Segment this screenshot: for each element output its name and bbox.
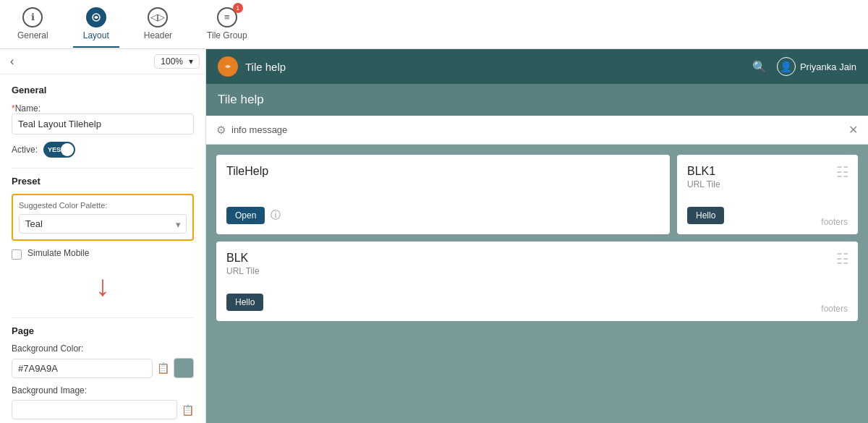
name-field-label: *Name: bbox=[12, 103, 194, 114]
layout-label: Layout bbox=[83, 30, 109, 40]
toggle-knob bbox=[61, 143, 74, 156]
preset-section-title: Preset bbox=[12, 176, 194, 187]
info-icon: ⚙ bbox=[216, 124, 226, 137]
general-label: General bbox=[17, 30, 48, 40]
tile-corner-icon-blk1: ☷ bbox=[836, 163, 849, 181]
app-header-title: Tile help bbox=[245, 61, 286, 73]
back-button[interactable]: ‹ bbox=[6, 54, 18, 69]
tile-actions-tilehelp: Open ⓘ bbox=[226, 207, 660, 224]
tile-name-blk: BLK bbox=[226, 252, 848, 265]
user-avatar: 👤 bbox=[777, 57, 796, 76]
name-label: *Name: bbox=[12, 103, 41, 114]
active-toggle[interactable]: YES bbox=[43, 142, 75, 158]
header-icon: ◁▷ bbox=[148, 7, 168, 27]
general-section-title: General bbox=[12, 85, 194, 95]
hello-button-blk[interactable]: Hello bbox=[226, 294, 263, 311]
bg-image-copy-icon[interactable]: 📋 bbox=[182, 404, 194, 416]
bg-color-row: 📋 bbox=[12, 358, 194, 378]
app-logo bbox=[218, 56, 238, 77]
tiles-area: TileHelp Open ⓘ ☷ BLK1 URL Tile Hello fo… bbox=[206, 145, 868, 423]
tile-name-blk1: BLK1 bbox=[687, 165, 848, 178]
toolbar-layout[interactable]: Layout bbox=[73, 1, 119, 48]
copy-icon[interactable]: 📋 bbox=[157, 362, 169, 374]
panel-content: General *Name: Active: YES Preset Sugges… bbox=[0, 74, 205, 423]
tile-group-badge: 1 bbox=[233, 3, 243, 13]
tile-group-label: Tile Group bbox=[207, 30, 247, 40]
page-header: Tile help bbox=[206, 84, 868, 116]
bg-image-label: Background Image: bbox=[12, 385, 194, 396]
tile-spacer bbox=[226, 179, 660, 207]
page-section-title: Page bbox=[12, 325, 194, 336]
app-header: Tile help 🔍 👤 Priyanka Jain bbox=[206, 49, 868, 84]
help-icon[interactable]: ⓘ bbox=[271, 209, 281, 222]
page-section: Page Background Color: 📋 Background Imag… bbox=[12, 317, 194, 419]
header-label: Header bbox=[144, 30, 172, 40]
palette-select-wrapper: Teal bbox=[19, 214, 187, 234]
tile-group-badge-wrapper: ≡ 1 bbox=[217, 7, 237, 27]
right-panel: Tile help 🔍 👤 Priyanka Jain Tile help ⚙ … bbox=[206, 49, 868, 423]
tile-subtitle-blk1: URL Tile bbox=[687, 179, 848, 189]
tile-row-1: TileHelp Open ⓘ ☷ BLK1 URL Tile Hello fo… bbox=[216, 155, 858, 234]
info-close-button[interactable]: ✕ bbox=[848, 123, 858, 137]
zoom-selector[interactable]: 100% ▾ bbox=[154, 54, 200, 69]
toolbar-tile-group[interactable]: ≡ 1 Tile Group bbox=[197, 1, 258, 48]
zoom-chevron: ▾ bbox=[189, 56, 193, 67]
tile-actions-blk: Hello bbox=[226, 294, 848, 311]
info-message: info message bbox=[231, 124, 287, 135]
general-icon: ℹ bbox=[22, 7, 43, 27]
toolbar-header[interactable]: ◁▷ Header bbox=[134, 1, 182, 48]
panel-nav: ‹ 100% ▾ bbox=[0, 49, 205, 74]
tile-card-blk: ☷ BLK URL Tile Hello footers bbox=[216, 242, 858, 321]
preset-section: Preset Suggested Color Palette: Teal Sim… bbox=[12, 168, 194, 261]
search-button[interactable]: 🔍 bbox=[752, 60, 767, 74]
color-palette-box: Suggested Color Palette: Teal bbox=[12, 194, 194, 241]
user-info[interactable]: 👤 Priyanka Jain bbox=[777, 57, 856, 76]
header-right: 🔍 👤 Priyanka Jain bbox=[752, 57, 856, 76]
open-button[interactable]: Open bbox=[226, 207, 265, 224]
user-name: Priyanka Jain bbox=[800, 61, 856, 72]
color-swatch[interactable] bbox=[174, 358, 194, 378]
arrow-container: ↓ bbox=[12, 271, 194, 315]
tile-card-tilehelp: TileHelp Open ⓘ bbox=[216, 155, 670, 234]
tile-card-blk1: ☷ BLK1 URL Tile Hello footers bbox=[677, 155, 858, 234]
toggle-yes-label: YES bbox=[48, 146, 61, 153]
bg-color-label: Background Color: bbox=[12, 343, 194, 354]
tile-row-2: ☷ BLK URL Tile Hello footers bbox=[216, 242, 858, 321]
simulate-mobile-checkbox[interactable] bbox=[12, 249, 22, 260]
bg-image-input[interactable] bbox=[12, 400, 177, 419]
name-input[interactable] bbox=[12, 114, 194, 134]
tile-footer-blk1: footers bbox=[821, 217, 848, 227]
left-panel: ‹ 100% ▾ General *Name: Active: YES bbox=[0, 49, 206, 423]
page-header-title: Tile help bbox=[218, 93, 856, 107]
active-label: Active: bbox=[12, 145, 38, 155]
tile-footer-blk: footers bbox=[821, 304, 848, 314]
palette-label: Suggested Color Palette: bbox=[19, 201, 187, 210]
tile-name-tilehelp: TileHelp bbox=[226, 165, 660, 178]
active-row: Active: YES bbox=[12, 142, 194, 158]
palette-select[interactable]: Teal bbox=[19, 214, 187, 234]
info-banner: ⚙ info message ✕ bbox=[206, 116, 868, 145]
bg-image-row: 📋 bbox=[12, 400, 194, 419]
tile-subtitle-blk: URL Tile bbox=[226, 266, 848, 276]
hello-button-blk1[interactable]: Hello bbox=[687, 207, 724, 224]
simulate-mobile-row: Simulate Mobile bbox=[12, 248, 194, 261]
tile-corner-icon-blk: ☷ bbox=[836, 250, 849, 268]
simulate-mobile-label: Simulate Mobile bbox=[27, 248, 89, 258]
top-toolbar: ℹ General Layout ◁▷ Header ≡ 1 Tile Grou… bbox=[0, 0, 868, 49]
red-arrow: ↓ bbox=[95, 271, 110, 315]
zoom-value: 100% bbox=[161, 56, 183, 67]
layout-icon bbox=[86, 7, 106, 27]
bg-color-input[interactable] bbox=[12, 359, 153, 378]
main-layout: ‹ 100% ▾ General *Name: Active: YES bbox=[0, 49, 868, 423]
toolbar-general[interactable]: ℹ General bbox=[7, 1, 59, 48]
